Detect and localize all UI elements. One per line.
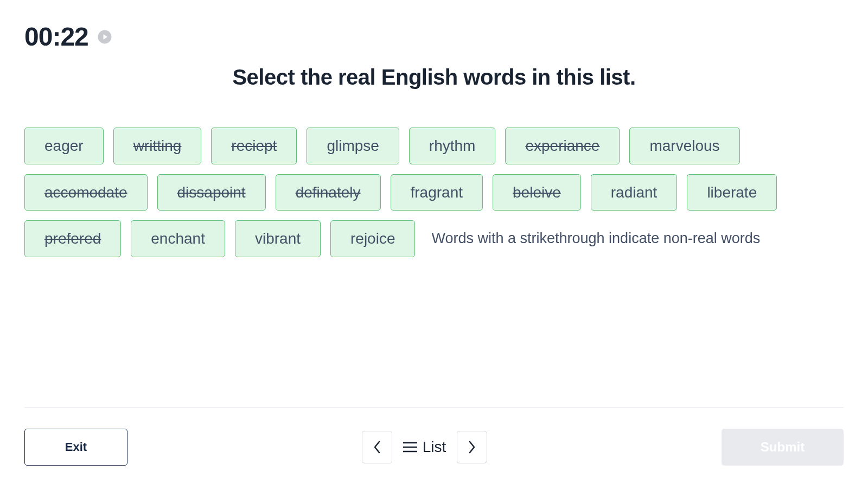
chevron-left-icon [373,440,381,455]
words-grid: eagerwrittingrecieptglimpserhythmexperia… [24,128,844,257]
chevron-right-icon [468,440,476,455]
play-icon[interactable] [97,29,113,45]
timer-display: 00:22 [24,22,88,52]
word-chip[interactable]: vibrant [235,220,321,257]
word-chip[interactable]: liberate [687,174,777,211]
nav-center: List [362,431,488,463]
word-chip[interactable]: definately [276,174,381,211]
word-chip[interactable]: rejoice [330,220,415,257]
exit-button[interactable]: Exit [24,429,127,466]
word-chip[interactable]: glimpse [307,128,399,164]
next-button[interactable] [457,431,487,463]
prev-button[interactable] [362,431,392,463]
word-chip[interactable]: radiant [591,174,678,211]
list-label: List [423,438,446,456]
word-chip[interactable]: fragrant [391,174,483,211]
footer: Exit List [0,408,868,490]
footer-controls: Exit List [24,429,844,466]
word-chip[interactable]: marvelous [629,128,739,164]
hint-text: Words with a strikethrough indicate non-… [431,230,760,247]
footer-divider [24,408,844,408]
word-chip[interactable]: enchant [131,220,225,257]
word-chip[interactable]: prefered [24,220,121,257]
word-chip[interactable]: rhythm [409,128,496,164]
submit-button[interactable]: Submit [722,429,844,466]
word-chip[interactable]: accomodate [24,174,148,211]
word-chip[interactable]: writting [113,128,202,164]
list-link[interactable]: List [403,438,446,456]
timer-row: 00:22 [24,22,844,52]
word-chip[interactable]: reciept [211,128,297,164]
word-chip[interactable]: beleive [493,174,581,211]
word-chip[interactable]: eager [24,128,104,164]
list-icon [403,441,417,453]
word-chip[interactable]: dissapoint [157,174,266,211]
question-title: Select the real English words in this li… [24,65,844,90]
word-chip[interactable]: experiance [505,128,620,164]
